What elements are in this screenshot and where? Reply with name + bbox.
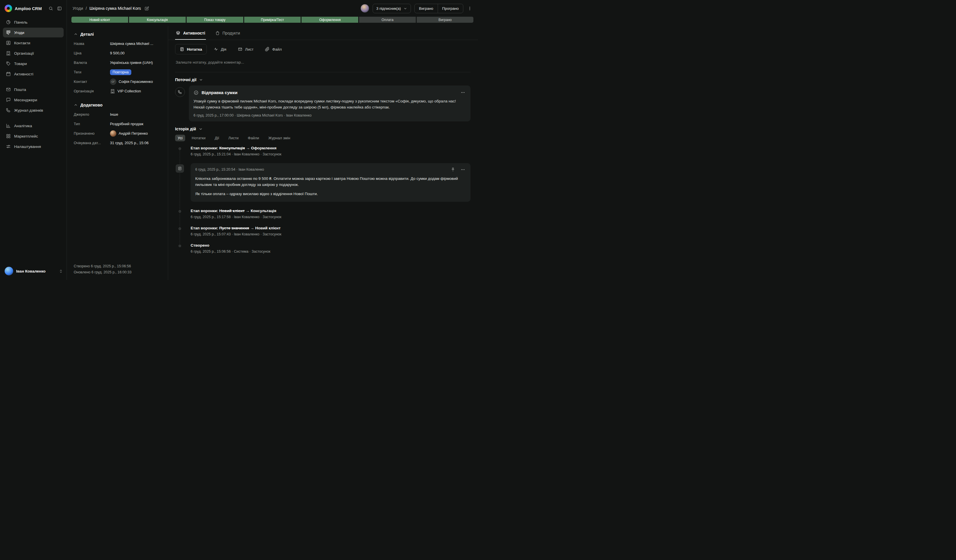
tab-activities[interactable]: Активності (175, 26, 206, 40)
filter-changelog[interactable]: Журнал змін (266, 135, 293, 141)
paperclip-icon (265, 47, 269, 52)
history-filters: Усі Нотатки Дії Листи Файли Журнал змін (175, 135, 470, 141)
task-more-button[interactable] (460, 89, 466, 96)
sidebar-item-dashboard[interactable]: Панель (3, 17, 64, 27)
composer-tab-file[interactable]: Файл (260, 44, 286, 54)
tab-label: Продукти (223, 31, 240, 35)
sidebar: Amploo CRM Панель Угоди Контакти (0, 0, 67, 280)
sidebar-item-organizations[interactable]: Організації (3, 49, 64, 58)
mail-icon (6, 87, 11, 92)
current-actions-header[interactable]: Поточні дії (175, 77, 470, 82)
search-button[interactable] (48, 5, 54, 11)
contact-avatar: СГ (110, 78, 116, 85)
sidebar-item-label: Пошта (14, 88, 26, 92)
filter-label: Усі (178, 136, 182, 140)
current-actions-title: Поточні дії (175, 77, 197, 82)
composer-tab-letter[interactable]: Лист (233, 44, 258, 54)
sidebar-item-label: Маркетплейс (14, 134, 38, 138)
calendar-icon (6, 71, 11, 77)
breadcrumb-root[interactable]: Угоди (72, 6, 83, 11)
sidebar-item-deals[interactable]: Угоди (3, 28, 64, 38)
more-options-button[interactable] (467, 5, 473, 11)
filter-notes[interactable]: Нотатки (189, 135, 208, 141)
extra-section-header[interactable]: Додатково (74, 100, 161, 110)
pin-note-button[interactable] (450, 166, 456, 173)
sidebar-item-call-log[interactable]: Журнал дзвінків (3, 105, 64, 115)
detail-value-assignee[interactable]: Андрій Петренко (110, 130, 148, 137)
app-title: Amploo CRM (15, 6, 45, 11)
updated-timestamp: Оновлено 6 груд. 2025 р., 16:00:33 (74, 269, 161, 275)
pipeline-stage[interactable]: Новий клієнт (71, 17, 128, 23)
detail-label: Очікувана дат... (74, 141, 108, 145)
stage-change-to: Новий клієнт (255, 226, 280, 230)
sidebar-collapse-button[interactable] (57, 5, 63, 11)
pipeline-stage[interactable]: Оформлення (302, 17, 358, 23)
detail-row-organization: Організація VIP Collection (74, 86, 161, 96)
sidebar-item-settings[interactable]: Налаштування (3, 141, 64, 151)
detail-label: Валюта (74, 60, 108, 65)
detail-value-currency[interactable]: Українська гривня (UAH) (110, 60, 153, 65)
main-panel: Активності Продукти Нотатка (168, 26, 478, 280)
sidebar-item-activities[interactable]: Активності (3, 69, 64, 79)
detail-value-name[interactable]: Шкіряна сумка Michael ... (110, 41, 153, 46)
detail-value-contact[interactable]: СГ Софія Герасименко (110, 78, 153, 85)
composer-tab-note[interactable]: Нотатка (175, 44, 207, 54)
filter-letters[interactable]: Листи (226, 135, 241, 141)
pipeline-stage[interactable]: Примірка/Тест (244, 17, 301, 23)
stage-change-from: Новий клієнт (219, 209, 244, 213)
contact-name: Софія Герасименко (119, 79, 153, 84)
sidebar-divider (3, 79, 64, 84)
sidebar-item-mail[interactable]: Пошта (3, 85, 64, 94)
arrow-right-icon: → (246, 146, 250, 150)
history-header[interactable]: Історія дій (175, 127, 470, 131)
search-icon (49, 6, 53, 11)
kanban-icon (6, 30, 11, 35)
sidebar-item-contacts[interactable]: Контакти (3, 38, 64, 48)
composer-tab-action[interactable]: Дія (209, 44, 231, 54)
note-more-button[interactable] (460, 166, 466, 173)
user-menu[interactable]: Іван Коваленко (0, 263, 66, 280)
detail-value-organization[interactable]: VIP Collection (110, 89, 141, 94)
detail-value-type[interactable]: Роздрібний продаж (110, 122, 143, 126)
lost-button[interactable]: Програно (438, 4, 463, 13)
filter-actions[interactable]: Дії (212, 135, 222, 141)
activity-feed: Нотатка Дія Лист (168, 40, 478, 280)
grid-icon (6, 133, 11, 139)
check-circle-icon[interactable] (193, 90, 199, 95)
edit-title-button[interactable] (144, 5, 150, 11)
filter-files[interactable]: Файли (245, 135, 262, 141)
subscribers-dropdown[interactable]: 3 підписник(а) (373, 4, 411, 13)
sidebar-item-marketplace[interactable]: Маркетплейс (3, 131, 64, 141)
tab-products[interactable]: Продукти (214, 26, 241, 40)
pipeline-stage[interactable]: Оплата (359, 17, 416, 23)
sidebar-item-label: Угоди (14, 30, 24, 35)
pipeline-stage[interactable]: Показ товару (187, 17, 243, 23)
sidebar-item-products[interactable]: Товари (3, 59, 64, 69)
pipeline-bar: Новий клієнт Консультація Показ товару П… (71, 17, 473, 23)
task-card: Відправка сумки Упакуй сумку в фірмовий … (189, 85, 470, 121)
sidebar-item-label: Журнал дзвінків (14, 108, 43, 113)
sidebar-item-label: Месенджери (14, 98, 37, 102)
detail-value-expected-date[interactable]: 31 груд. 2025 р., 15:06 (110, 141, 149, 145)
pipeline-stage[interactable]: Консультація (129, 17, 186, 23)
sidebar-item-messengers[interactable]: Месенджери (3, 95, 64, 105)
task-item: Відправка сумки Упакуй сумку в фірмовий … (175, 85, 470, 121)
detail-value-tags[interactable]: Повторна (110, 69, 131, 75)
detail-value-source[interactable]: Інше (110, 112, 118, 116)
filter-all[interactable]: Усі (175, 135, 185, 141)
sidebar-divider (3, 116, 64, 120)
tag-badge[interactable]: Повторна (110, 69, 131, 75)
won-button[interactable]: Виграно (415, 4, 438, 13)
kebab-horizontal-icon (461, 167, 465, 172)
note-input[interactable] (175, 54, 470, 72)
pipeline-stage[interactable]: Виграно (417, 17, 473, 23)
chart-icon (6, 123, 11, 129)
sidebar-item-analytics[interactable]: Аналітика (3, 121, 64, 131)
contact-card-icon (6, 40, 11, 45)
detail-value-price[interactable]: 9 500,00 (110, 51, 125, 55)
details-section-header[interactable]: Деталі (74, 29, 161, 39)
topbar: Угоди / Шкіряна сумка Michael Kors 3 під… (67, 0, 478, 17)
note-meta: 6 груд. 2025 р., 15:20:54 · Іван Ковален… (195, 168, 264, 171)
sidebar-item-label: Активності (14, 72, 33, 76)
history-timeline: Етап воронки: Консультація → Оформлення … (175, 146, 470, 254)
